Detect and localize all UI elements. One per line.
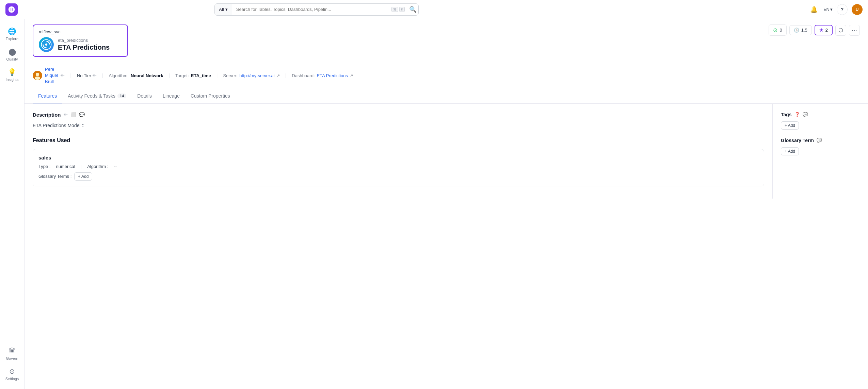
tab-lineage[interactable]: Lineage — [157, 89, 185, 103]
dashboard-section: Dashboard: ETA Predictions ↗ — [292, 73, 353, 78]
owner-edit-icon[interactable]: ✏ — [61, 73, 65, 78]
tags-title: Tags — [781, 112, 792, 117]
app-layout: 🌐 Explore ⬤ Quality 💡 Insights 🏛 Govern … — [0, 0, 868, 389]
follow-button[interactable]: ⊙ 0 — [769, 24, 786, 36]
more-options-button[interactable]: ⋯ — [849, 25, 860, 36]
description-request-icon[interactable]: ⬜ — [70, 112, 76, 117]
tags-section-header: Tags ❓ 💬 — [781, 112, 860, 117]
settings-icon: ⊙ — [9, 367, 15, 375]
owner-section: Pere Miquel Brull ✏ — [33, 66, 65, 85]
svg-point-3 — [36, 73, 39, 76]
search-icon[interactable]: 🔍 — [407, 4, 418, 15]
glossary-term-add-button[interactable]: + Add — [781, 147, 799, 155]
entity-service-name: mlflow_svc — [39, 29, 122, 34]
entity-actions: ⊙ 0 🕓 1.5 ★ 2 ⬡ ⋯ — [769, 24, 860, 36]
description-edit-icon[interactable]: ✏ — [64, 112, 68, 117]
search-bar: All ▾ ⌘ K 🔍 — [214, 3, 419, 16]
entity-meta-row: Pere Miquel Brull ✏ | No Tier ✏ | Algori… — [33, 62, 860, 89]
main-section: Description ✏ ⬜ 💬 ETA Predictions Model … — [25, 104, 773, 199]
sidebar-item-quality[interactable]: ⬤ Quality — [0, 45, 24, 64]
tab-activity[interactable]: Activity Feeds & Tasks 14 — [62, 89, 132, 103]
more-icon: ⋯ — [852, 27, 857, 33]
search-keyboard-shortcut: ⌘ K — [389, 7, 408, 12]
entity-title: ETA Predictions — [58, 44, 110, 51]
feature-name: sales — [38, 155, 758, 160]
glossary-add-button[interactable]: + Add — [74, 172, 92, 181]
owner-name[interactable]: Pere Miquel Brull — [45, 66, 58, 85]
tier-section: No Tier ✏ — [77, 73, 97, 78]
svg-point-4 — [35, 77, 40, 80]
share-button[interactable]: ⬡ — [835, 25, 846, 36]
tab-custom-properties[interactable]: Custom Properties — [185, 89, 236, 103]
content-area: Description ✏ ⬜ 💬 ETA Predictions Model … — [25, 104, 868, 199]
glossary-term-section: Glossary Term 💬 + Add — [781, 138, 860, 155]
sidebar-item-settings[interactable]: ⊙ Settings — [0, 365, 24, 384]
description-chat-icon[interactable]: 💬 — [79, 112, 85, 117]
star-button[interactable]: ★ 2 — [815, 25, 833, 35]
tier-edit-icon[interactable]: ✏ — [93, 73, 97, 78]
quality-icon: ⬤ — [9, 48, 16, 56]
entity-name-block: eta_predictions ETA Predictions — [58, 38, 110, 51]
entity-tabs: Features Activity Feeds & Tasks 14 Detai… — [33, 89, 860, 103]
algorithm-section: Algorithm: Neural Network — [109, 73, 163, 78]
search-type-dropdown[interactable]: All ▾ — [215, 4, 232, 15]
top-navigation: All ▾ ⌘ K 🔍 🔔 EN ▾ ? U — [0, 0, 868, 19]
version-button[interactable]: 🕓 1.5 — [789, 25, 812, 35]
type-label: Type : — [38, 164, 50, 169]
help-icon[interactable]: ? — [837, 4, 848, 15]
share-icon: ⬡ — [838, 27, 843, 33]
search-input[interactable] — [232, 7, 389, 12]
logo[interactable] — [5, 3, 18, 16]
entity-title-row: eta_predictions ETA Predictions — [39, 37, 122, 52]
owner-avatar — [33, 71, 42, 80]
features-used-title: Features Used — [33, 137, 764, 143]
follow-status-icon: ⊙ — [773, 27, 777, 33]
nav-right-actions: 🔔 EN ▾ ? U — [808, 4, 863, 15]
server-link[interactable]: http://my-server.ai — [239, 73, 274, 78]
version-icon: 🕓 — [794, 28, 799, 33]
sidebar: 🌐 Explore ⬤ Quality 💡 Insights 🏛 Govern … — [0, 19, 25, 389]
feature-glossary-row: Glossary Terms : + Add — [38, 172, 758, 181]
user-avatar[interactable]: U — [852, 4, 863, 15]
entity-type-icon — [39, 37, 54, 52]
tags-question-icon[interactable]: ❓ — [794, 112, 800, 117]
explore-icon: 🌐 — [8, 27, 16, 35]
main-content: mlflow_svc — [25, 19, 868, 389]
tags-section: Tags ❓ 💬 + Add — [781, 112, 860, 130]
sidebar-item-insights[interactable]: 💡 Insights — [0, 65, 24, 84]
server-external-icon[interactable]: ↗ — [277, 73, 280, 78]
algo-value: -- — [114, 164, 117, 169]
dashboard-link[interactable]: ETA Predictions — [317, 73, 348, 78]
tags-chat-icon[interactable]: 💬 — [803, 112, 808, 117]
feature-card-sales: sales Type : numerical | Algorithm : -- … — [33, 149, 764, 186]
entity-header: mlflow_svc — [25, 19, 868, 104]
glossary-term-chat-icon[interactable]: 💬 — [817, 138, 822, 143]
description-section-header: Description ✏ ⬜ 💬 — [33, 112, 764, 118]
glossary-term-title: Glossary Term — [781, 138, 814, 143]
description-text: ETA Predictions Model :: — [33, 122, 764, 129]
entity-top-row: mlflow_svc — [33, 24, 860, 57]
svg-point-1 — [45, 44, 47, 46]
language-selector[interactable]: EN ▾ — [823, 7, 833, 12]
insights-icon: 💡 — [8, 68, 16, 76]
entity-card: mlflow_svc — [33, 24, 128, 57]
server-section: Server: http://my-server.ai ↗ — [223, 73, 279, 78]
tags-add-button[interactable]: + Add — [781, 121, 799, 130]
notification-bell-icon[interactable]: 🔔 — [808, 4, 819, 15]
activity-badge: 14 — [117, 94, 126, 98]
feature-meta-row: Type : numerical | Algorithm : -- — [38, 164, 758, 169]
side-section: Tags ❓ 💬 + Add Glossary Term 💬 + — [773, 104, 868, 199]
dashboard-external-icon[interactable]: ↗ — [350, 73, 353, 78]
glossary-label: Glossary Terms : — [38, 174, 71, 179]
sidebar-item-explore[interactable]: 🌐 Explore — [0, 24, 24, 44]
target-section: Target: ETA_time — [175, 73, 211, 78]
type-value: numerical — [56, 164, 75, 169]
glossary-term-section-header: Glossary Term 💬 — [781, 138, 860, 143]
govern-icon: 🏛 — [9, 347, 16, 355]
star-icon: ★ — [819, 28, 823, 33]
tab-details[interactable]: Details — [132, 89, 157, 103]
sidebar-item-govern[interactable]: 🏛 Govern — [0, 344, 24, 363]
description-title: Description — [33, 112, 61, 118]
tab-features[interactable]: Features — [33, 89, 62, 103]
algo-label: Algorithm : — [87, 164, 108, 169]
